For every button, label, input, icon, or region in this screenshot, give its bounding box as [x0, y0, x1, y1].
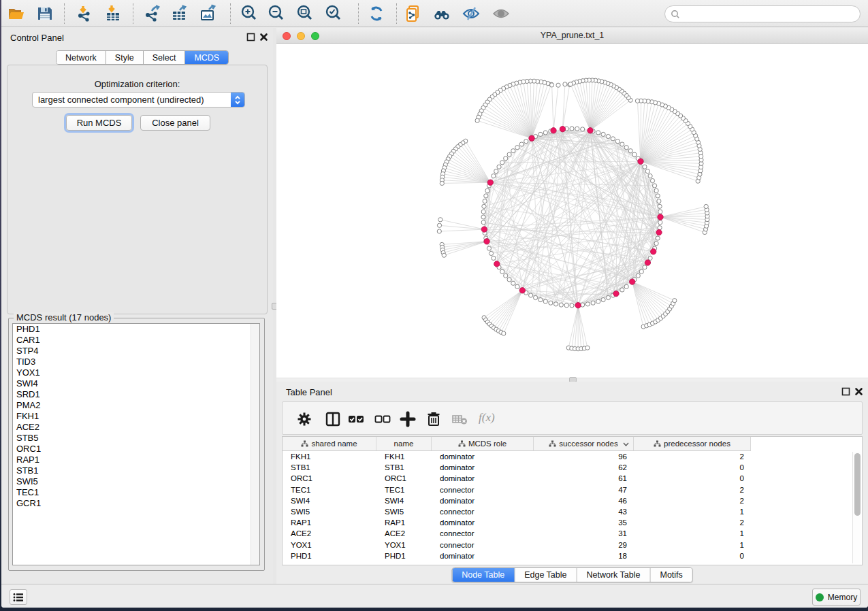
hide-columns-icon[interactable]: [374, 411, 391, 427]
dominator-node[interactable]: [575, 303, 581, 308]
optimization-criterion-select[interactable]: largest connected component (undirected): [32, 92, 245, 108]
tab-mcds[interactable]: MCDS: [185, 51, 228, 64]
float-panel-icon[interactable]: [246, 33, 255, 42]
mcds-result-item[interactable]: SWI5: [13, 476, 259, 487]
search-input[interactable]: [680, 10, 860, 19]
run-mcds-button[interactable]: Run MCDS: [66, 115, 132, 131]
cell-MCDS-role: connector: [432, 529, 534, 538]
table-row[interactable]: FKH1FKH1dominator962: [283, 451, 862, 462]
table-row[interactable]: RAP1RAP1dominator352: [283, 517, 862, 528]
table-row[interactable]: TEC1TEC1connector472: [283, 484, 862, 495]
dominator-node[interactable]: [494, 261, 500, 267]
column-header-label: predecessor nodes: [664, 440, 730, 448]
column-header-predecessor-nodes[interactable]: predecessor nodes: [634, 437, 751, 450]
mcds-result-item[interactable]: TID3: [13, 357, 259, 367]
import-table-icon[interactable]: [103, 4, 123, 23]
zoom-selected-icon[interactable]: [324, 4, 343, 23]
dominator-node[interactable]: [656, 229, 662, 235]
tab-motifs[interactable]: Motifs: [650, 568, 692, 582]
column-header-name[interactable]: name: [376, 437, 432, 450]
add-column-icon[interactable]: [400, 411, 416, 427]
cell-name: STB1: [376, 463, 432, 472]
table-row[interactable]: ORC1ORC1dominator610: [283, 473, 862, 484]
close-panel-icon[interactable]: [854, 387, 863, 396]
first-neighbors-icon[interactable]: [432, 4, 451, 23]
mcds-result-item[interactable]: STB5: [13, 433, 259, 444]
dominator-node[interactable]: [481, 227, 487, 232]
column-header-MCDS-role[interactable]: MCDS role: [432, 437, 534, 450]
cell-successor-nodes: 18: [534, 552, 634, 560]
table-row[interactable]: STB1STB1dominator620: [283, 462, 862, 473]
tab-select[interactable]: Select: [144, 51, 186, 64]
network-canvas[interactable]: [276, 44, 868, 376]
gear-icon[interactable]: [296, 411, 312, 427]
float-panel-icon[interactable]: [841, 387, 850, 396]
delete-column-icon[interactable]: [425, 411, 442, 427]
mcds-result-item[interactable]: YOX1: [13, 367, 259, 378]
dominator-node[interactable]: [484, 239, 489, 244]
zoom-out-icon[interactable]: [267, 4, 286, 23]
table-row[interactable]: SWI4SWI4dominator462: [283, 495, 862, 506]
mcds-result-item[interactable]: GCR1: [13, 498, 259, 509]
table-scrollbar-thumb[interactable]: [854, 453, 861, 516]
mcds-result-item[interactable]: SWI4: [13, 378, 259, 389]
tab-node-table[interactable]: Node Table: [452, 568, 515, 582]
mcds-result-item[interactable]: TEC1: [13, 487, 259, 498]
export-image-icon[interactable]: [199, 4, 218, 23]
import-network-icon[interactable]: [75, 4, 94, 23]
close-panel-button[interactable]: Close panel: [140, 115, 210, 131]
tab-edge-table[interactable]: Edge Table: [515, 568, 577, 582]
network-window-title: YPA_prune.txt_1: [276, 31, 868, 40]
mcds-result-item[interactable]: PHD1: [13, 324, 259, 335]
export-table-icon[interactable]: [170, 4, 189, 23]
mcds-result-item[interactable]: PMA2: [13, 400, 259, 411]
dominator-node[interactable]: [588, 128, 593, 133]
mcds-result-item[interactable]: STP4: [13, 346, 259, 357]
mcds-result-item[interactable]: SRD1: [13, 389, 259, 400]
table-scrollbar[interactable]: [852, 452, 861, 563]
column-layout-icon[interactable]: [325, 411, 341, 427]
column-header-successor-nodes[interactable]: successor nodes: [534, 437, 634, 450]
dominator-node[interactable]: [651, 249, 656, 254]
task-history-button[interactable]: [10, 589, 27, 605]
mcds-result-item[interactable]: CAR1: [13, 335, 259, 346]
mcds-result-item[interactable]: ACE2: [13, 422, 259, 433]
new-network-from-selection-icon[interactable]: [404, 4, 423, 23]
table-row[interactable]: YOX1YOX1connector291: [283, 540, 862, 550]
dominator-node[interactable]: [638, 159, 643, 164]
dominator-node[interactable]: [658, 214, 663, 220]
dominator-node[interactable]: [519, 288, 525, 293]
mcds-list-scrollbar[interactable]: [251, 324, 259, 565]
table-row[interactable]: ACE2ACE2connector311: [283, 528, 862, 539]
mcds-result-item[interactable]: ORC1: [13, 444, 259, 455]
dominator-node[interactable]: [529, 135, 534, 141]
show-checked-columns-icon[interactable]: [348, 411, 364, 427]
table-row[interactable]: PHD1PHD1dominator180: [283, 550, 862, 561]
tab-style[interactable]: Style: [106, 51, 144, 64]
mcds-result-item[interactable]: STB1: [13, 465, 259, 476]
column-header-shared-name[interactable]: shared name: [283, 437, 376, 450]
dominator-node[interactable]: [613, 291, 619, 296]
show-all-icon[interactable]: [492, 4, 511, 23]
refresh-icon[interactable]: [367, 4, 386, 23]
tab-network-table[interactable]: Network Table: [577, 568, 651, 582]
mcds-result-item[interactable]: FKH1: [13, 411, 259, 422]
mcds-result-item[interactable]: RAP1: [13, 455, 259, 465]
search-box[interactable]: [664, 5, 861, 22]
dominator-node[interactable]: [487, 180, 493, 185]
dominator-node[interactable]: [645, 260, 650, 265]
export-network-icon[interactable]: [143, 4, 162, 23]
zoom-fit-icon[interactable]: [295, 4, 315, 23]
network-window-titlebar[interactable]: YPA_prune.txt_1: [276, 28, 868, 44]
zoom-in-icon[interactable]: [240, 4, 259, 23]
hide-selection-icon[interactable]: [462, 4, 481, 23]
tab-network[interactable]: Network: [57, 51, 106, 64]
memory-button[interactable]: Memory: [812, 589, 861, 606]
dominator-node[interactable]: [630, 279, 635, 284]
dominator-node[interactable]: [551, 128, 556, 133]
close-panel-icon[interactable]: [259, 33, 268, 42]
table-row[interactable]: SWI5SWI5connector431: [283, 506, 862, 517]
save-session-icon[interactable]: [35, 4, 54, 23]
open-file-icon[interactable]: [7, 4, 26, 23]
dominator-node[interactable]: [560, 127, 565, 132]
